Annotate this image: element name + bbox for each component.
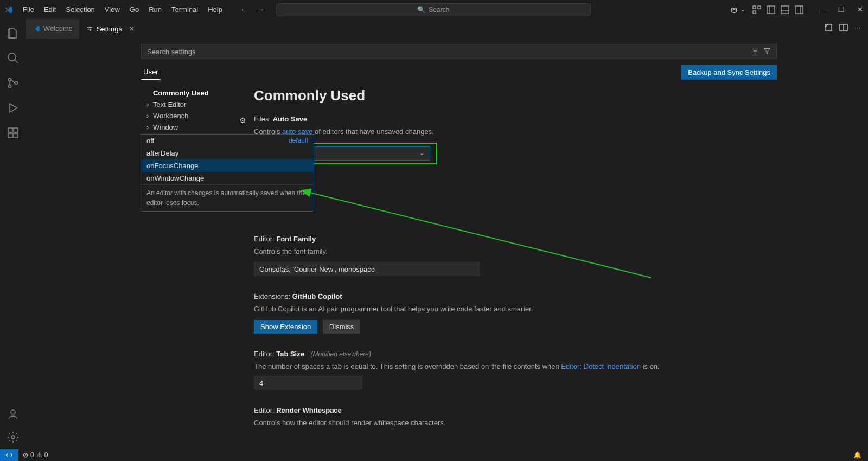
search-icon[interactable]	[5, 50, 21, 66]
setting-render-whitespace: Editor: Render Whitespace Controls how t…	[254, 406, 777, 428]
window-close-icon[interactable]: ✕	[856, 5, 864, 14]
backup-sync-button[interactable]: Backup and Sync Settings	[681, 65, 777, 80]
dropdown-description: An editor with changes is automatically …	[141, 184, 314, 211]
activity-bar	[0, 19, 26, 449]
settings-tab-icon	[86, 25, 93, 33]
setting-description: Controls auto save of editors that have …	[254, 126, 777, 137]
setting-gear-icon[interactable]: ⚙	[239, 116, 246, 125]
dropdown-option-onfocuschange[interactable]: onFocusChange	[141, 159, 314, 172]
copilot-icon[interactable]: ⌄	[730, 5, 745, 14]
command-center-search[interactable]: 🔍 Search	[276, 3, 591, 16]
tabsize-input[interactable]: 4	[254, 376, 362, 390]
layout-sidebar-left-icon[interactable]	[767, 5, 775, 14]
menu-selection[interactable]: Selection	[61, 3, 99, 16]
menu-terminal[interactable]: Terminal	[167, 3, 202, 16]
scope-tab-user[interactable]: User	[141, 65, 160, 80]
menu-help[interactable]: Help	[203, 3, 227, 16]
tab-close-icon[interactable]: ✕	[129, 24, 135, 33]
window-minimize-icon[interactable]: —	[819, 5, 827, 14]
setting-name: GitHub Copilot	[292, 292, 342, 300]
settings-body: Search settings User Backup and Sync Set…	[26, 39, 868, 449]
tree-commonly-used[interactable]: Commonly Used	[141, 87, 238, 99]
setting-description: Controls how the editor should render wh…	[254, 418, 777, 428]
settings-search-input[interactable]: Search settings	[141, 44, 777, 59]
svg-point-13	[9, 79, 11, 81]
error-icon: ⊘	[23, 451, 28, 459]
source-control-icon[interactable]	[5, 75, 21, 91]
chevron-right-icon: ›	[146, 123, 151, 131]
setting-name: Tab Size	[276, 350, 304, 358]
menu-run[interactable]: Run	[144, 3, 166, 16]
setting-tabsize: Editor: Tab Size (Modified elsewhere) Th…	[254, 350, 777, 390]
more-actions-icon[interactable]: ···	[854, 23, 860, 34]
autosave-dropdown: off default afterDelay onFocusChange onW…	[141, 134, 314, 212]
dropdown-option-afterdelay[interactable]: afterDelay	[141, 147, 314, 159]
menu-edit[interactable]: Edit	[40, 3, 60, 16]
show-extension-button[interactable]: Show Extension	[254, 320, 317, 334]
chevron-down-icon: ⌄	[419, 150, 424, 157]
settings-gear-icon[interactable]	[5, 430, 21, 445]
open-settings-json-icon[interactable]	[824, 23, 833, 34]
svg-rect-9	[795, 6, 803, 14]
dropdown-option-off[interactable]: off default	[141, 135, 314, 147]
svg-point-21	[11, 436, 15, 439]
layout-controls	[752, 5, 803, 14]
setting-category: Files:	[254, 115, 273, 123]
settings-content: Commonly Used ⚙ Files: Auto Save Control…	[238, 87, 777, 449]
layout-customize-icon[interactable]	[752, 5, 761, 14]
svg-point-11	[8, 53, 16, 61]
fontfamily-input[interactable]: Consolas, 'Courier New', monospace	[254, 262, 480, 276]
remote-button[interactable]	[0, 449, 18, 461]
tree-workbench[interactable]: ›Workbench	[141, 110, 238, 121]
dismiss-button[interactable]: Dismiss	[323, 320, 361, 334]
default-tag: default	[289, 137, 308, 145]
nav-forward-icon[interactable]: →	[257, 5, 265, 15]
menu-view[interactable]: View	[100, 3, 124, 16]
setting-description: The number of spaces a tab is equal to. …	[254, 361, 777, 372]
svg-point-20	[11, 410, 15, 414]
detect-indentation-link[interactable]: Editor: Detect Indentation	[561, 362, 641, 370]
clear-search-icon[interactable]	[751, 47, 759, 56]
dropdown-option-onwindowchange[interactable]: onWindowChange	[141, 172, 314, 184]
nav-back-icon[interactable]: ←	[240, 5, 249, 15]
split-editor-icon[interactable]	[839, 23, 848, 34]
problems-status[interactable]: ⊘0 ⚠0	[18, 451, 52, 459]
menu-go[interactable]: Go	[125, 3, 143, 16]
explorer-icon[interactable]	[5, 25, 21, 41]
setting-category: Editor:	[254, 235, 276, 243]
window-restore-icon[interactable]: ❐	[838, 5, 845, 14]
chevron-right-icon: ›	[146, 100, 151, 108]
tab-settings[interactable]: Settings ✕	[79, 19, 142, 39]
setting-copilot: Extensions: GitHub Copilot GitHub Copilo…	[254, 292, 777, 334]
tree-text-editor[interactable]: ›Text Editor	[141, 99, 238, 110]
scope-tabs: User	[141, 65, 171, 80]
search-icon: 🔍	[417, 6, 425, 14]
svg-rect-19	[14, 128, 18, 132]
svg-line-12	[15, 60, 18, 63]
tree-window[interactable]: ›Window	[141, 121, 238, 133]
layout-panel-icon[interactable]	[781, 5, 789, 14]
notifications-icon[interactable]: 🔔	[853, 451, 861, 459]
welcome-tab-icon	[33, 25, 40, 33]
svg-rect-4	[753, 11, 756, 14]
run-debug-icon[interactable]	[5, 100, 21, 116]
svg-point-1	[735, 8, 737, 10]
filter-icon[interactable]	[763, 47, 771, 56]
svg-point-0	[731, 8, 733, 10]
editor-area: Welcome Settings ✕ ··· Search settings	[26, 19, 868, 449]
svg-rect-5	[767, 6, 775, 14]
tab-welcome[interactable]: Welcome	[26, 19, 79, 39]
status-bar: ⊘0 ⚠0 🔔	[0, 449, 868, 461]
setting-autosave: ⚙ Files: Auto Save Controls auto save of…	[254, 115, 777, 164]
chevron-right-icon: ›	[146, 112, 151, 120]
nav-arrows: ← →	[240, 5, 265, 15]
settings-heading: Commonly Used	[254, 87, 777, 104]
main-area: Welcome Settings ✕ ··· Search settings	[0, 19, 868, 449]
editor-tabs: Welcome Settings ✕ ···	[26, 19, 868, 39]
accounts-icon[interactable]	[5, 407, 21, 422]
tab-welcome-label: Welcome	[43, 24, 73, 33]
layout-sidebar-right-icon[interactable]	[795, 5, 803, 14]
menu-file[interactable]: File	[18, 3, 39, 16]
setting-description: GitHub Copilot is an AI pair programmer …	[254, 304, 777, 315]
extensions-icon[interactable]	[5, 125, 21, 140]
